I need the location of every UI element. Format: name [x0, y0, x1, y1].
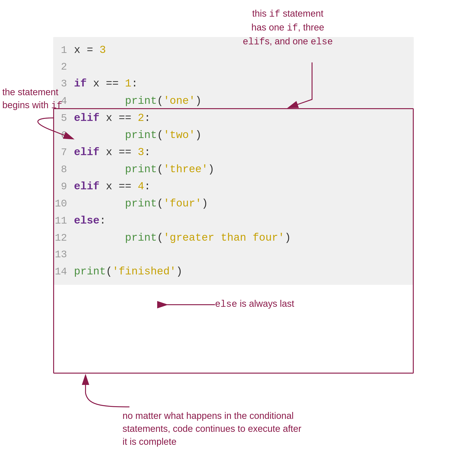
code-line: 4 print('one')	[53, 92, 414, 110]
line-content: if x == 1:	[74, 77, 414, 91]
code-line: 7elif x == 3:	[53, 144, 414, 161]
code-line: 6 print('two')	[53, 127, 414, 144]
annotation-else-last: else is always last	[215, 297, 294, 311]
line-number: 7	[53, 146, 74, 159]
line-content: print('four')	[74, 197, 414, 211]
line-content: print('one')	[74, 94, 414, 108]
line-number: 6	[53, 129, 74, 142]
code-line: 8 print('three')	[53, 161, 414, 178]
code-line: 10 print('four')	[53, 195, 414, 212]
line-content: print('finished')	[74, 264, 414, 279]
line-number: 12	[53, 231, 74, 245]
code-line: 13	[53, 246, 414, 263]
line-number: 8	[53, 163, 74, 176]
line-content: elif x == 2:	[74, 111, 414, 125]
line-number: 2	[53, 60, 74, 74]
code-block: 1x = 323if x == 1:4 print('one')5elif x …	[53, 37, 414, 285]
annotation-bottom: no matter what happens in the conditiona…	[122, 409, 301, 448]
line-content: print('two')	[74, 128, 414, 142]
line-number: 10	[53, 197, 74, 211]
line-content: elif x == 4:	[74, 179, 414, 194]
code-line: 12 print('greater than four')	[53, 229, 414, 246]
line-content: elif x == 3:	[74, 145, 414, 159]
line-content: print('three')	[74, 162, 414, 177]
code-line: 11else:	[53, 212, 414, 229]
line-content: print('greater than four')	[74, 231, 414, 245]
code-line: 14print('finished')	[53, 263, 414, 280]
line-number: 9	[53, 180, 74, 193]
code-line: 5elif x == 2:	[53, 110, 414, 127]
annotation-begins-with: the statement begins with if	[2, 85, 62, 112]
line-number: 5	[53, 111, 74, 125]
code-line: 3if x == 1:	[53, 75, 414, 92]
line-number: 1	[53, 43, 74, 57]
code-line: 1x = 3	[53, 42, 414, 59]
annotation-top-right: this if statement has one if, three elif…	[243, 7, 333, 49]
code-line: 2	[53, 59, 414, 75]
line-number: 13	[53, 248, 74, 261]
line-number: 11	[53, 214, 74, 228]
line-number: 14	[53, 265, 74, 279]
code-line: 9elif x == 4:	[53, 178, 414, 195]
line-content: else:	[74, 214, 414, 228]
